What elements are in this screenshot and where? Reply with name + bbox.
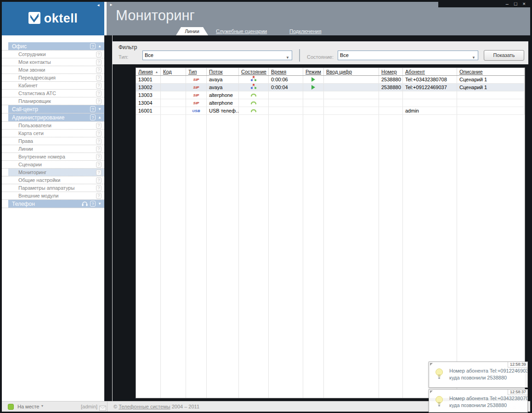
sidebar-item[interactable]: Внутренние номера ? bbox=[2, 153, 104, 161]
sidebar-item[interactable]: Карта сети ? bbox=[2, 130, 104, 137]
cell-time: 0:00:06 bbox=[269, 76, 303, 83]
filter-state-select[interactable]: Все ▼ bbox=[338, 51, 478, 60]
cell-line: 13002 bbox=[136, 84, 161, 91]
sidebar-section[interactable]: Call-центр ? ▼ bbox=[2, 105, 104, 113]
table-row[interactable]: 13001 SIP avaya 0:00:06 2538880 Tel:+034… bbox=[136, 76, 525, 84]
vendor-link[interactable]: Телефонные системы bbox=[119, 404, 170, 409]
sidebar-item[interactable]: Линии ? bbox=[2, 145, 104, 153]
sidebar-item[interactable]: Внешние модули ? bbox=[2, 192, 104, 200]
table-header-cell[interactable]: Ввод цифр bbox=[324, 68, 379, 75]
help-icon[interactable]: ? bbox=[96, 146, 102, 152]
cell-state bbox=[239, 76, 269, 83]
tab-service-scenarios[interactable]: Служебные сценарии bbox=[216, 28, 267, 34]
table-header-cell[interactable]: Режим bbox=[303, 68, 324, 75]
help-icon[interactable]: ? bbox=[96, 193, 102, 199]
table-header-cell[interactable]: Тип bbox=[186, 68, 207, 75]
help-icon[interactable]: ? bbox=[90, 43, 96, 49]
sidebar-item[interactable]: Сценарии ? bbox=[2, 161, 104, 169]
sidebar-item-label: Мои контакты bbox=[8, 59, 51, 65]
sidebar-item[interactable]: Планировщик ? bbox=[2, 97, 104, 105]
help-icon[interactable]: ? bbox=[96, 75, 102, 81]
cell-digits bbox=[324, 99, 379, 107]
show-button[interactable]: Показать bbox=[484, 50, 524, 61]
expand-panel-icon[interactable]: ► bbox=[109, 3, 113, 7]
table-row[interactable]: 13002 SIP avaya 0:00:04 2538880 Tel:+091… bbox=[136, 84, 525, 91]
help-icon[interactable]: ? bbox=[96, 123, 102, 129]
help-icon[interactable]: ? bbox=[96, 98, 102, 104]
sidebar-item[interactable]: Переадресация ? bbox=[2, 74, 104, 82]
sidebar-item[interactable]: Мониторинг ? bbox=[2, 169, 104, 176]
table-header-cell[interactable]: Код bbox=[161, 68, 186, 75]
sidebar-item[interactable]: Права ? bbox=[2, 137, 104, 145]
notification-time: 12:58:37 bbox=[508, 390, 527, 395]
help-icon[interactable]: ? bbox=[96, 59, 102, 65]
logo-text: oktell bbox=[44, 11, 78, 26]
sidebar-item[interactable]: Кабинет ? bbox=[2, 82, 104, 90]
chevron-up-icon[interactable]: ▲ bbox=[98, 115, 102, 119]
cell-code bbox=[161, 84, 186, 91]
notification-popup[interactable]: 12:58:39 Номер абонента Tel:+09122469037… bbox=[429, 362, 528, 388]
sidebar: Офис ? ▲ Сотрудники ? Мои контакты ? Мои… bbox=[2, 35, 104, 401]
filter-type-select[interactable]: Все ▼ bbox=[142, 51, 292, 60]
cell-type: SIP bbox=[186, 91, 207, 99]
chevron-down-icon[interactable]: ▼ bbox=[98, 107, 102, 111]
sidebar-section[interactable]: Офис ? ▲ bbox=[2, 42, 104, 51]
help-icon[interactable]: ? bbox=[96, 138, 102, 144]
table-header-cell[interactable]: Абонент bbox=[403, 68, 457, 75]
filter-separator bbox=[299, 49, 300, 62]
filter-panel: Фильтр Тип: Все ▼ Состояние: Все ▼ Показ… bbox=[113, 41, 528, 64]
table-row[interactable]: 16001 USB USB телеф… admin bbox=[136, 107, 525, 115]
tab-lines[interactable]: Линии bbox=[176, 27, 208, 35]
collapse-sidebar-icon[interactable]: ◄ bbox=[96, 3, 100, 7]
table-header-cell[interactable]: Поток bbox=[207, 68, 239, 75]
chevron-up-icon[interactable]: ▲ bbox=[98, 44, 102, 48]
sidebar-item-label: Мониторинг bbox=[8, 170, 46, 175]
table-header-cell[interactable]: Номер bbox=[379, 68, 403, 75]
table-header-cell[interactable]: Описание bbox=[457, 68, 525, 75]
help-icon[interactable]: ? bbox=[96, 170, 102, 175]
help-icon[interactable]: ? bbox=[96, 83, 102, 89]
cell-code bbox=[161, 107, 186, 114]
cell-line: 13001 bbox=[136, 76, 161, 83]
sidebar-item-label: Параметры аппаратуры bbox=[8, 185, 74, 191]
sidebar-item[interactable]: Мои контакты ? bbox=[2, 58, 104, 66]
sidebar-item[interactable]: Статистика АТС ? bbox=[2, 90, 104, 97]
sidebar-section[interactable]: Телефон ? ▼ bbox=[2, 200, 104, 208]
copyright-symbol: © bbox=[113, 404, 117, 409]
notification-line1: Номер абонента Tel:+09122469037 bbox=[449, 368, 528, 373]
help-icon[interactable]: ? bbox=[96, 67, 102, 73]
mail-icon[interactable] bbox=[99, 404, 106, 413]
sidebar-item[interactable]: Мои звонки ? bbox=[2, 66, 104, 74]
minimize-icon[interactable]: – bbox=[506, 0, 509, 7]
copyright: © Телефонные системы 2004 – 2011 bbox=[113, 404, 199, 409]
presence-status-icon[interactable] bbox=[8, 404, 14, 410]
help-icon[interactable]: ? bbox=[96, 154, 102, 160]
help-icon[interactable]: ? bbox=[90, 201, 96, 207]
help-icon[interactable]: ? bbox=[96, 177, 102, 183]
sidebar-item[interactable]: Пользователи ? bbox=[2, 122, 104, 130]
help-icon[interactable]: ? bbox=[90, 114, 96, 120]
cell-mode bbox=[303, 99, 324, 107]
notification-popup[interactable]: 12:58:37 Номер абонента Tel:+03432380708… bbox=[429, 389, 528, 413]
sidebar-item[interactable]: Параметры аппаратуры ? bbox=[2, 184, 104, 192]
tab-connections[interactable]: Подключения bbox=[289, 28, 322, 34]
help-icon[interactable]: ? bbox=[96, 162, 102, 168]
presence-selector[interactable]: На месте bbox=[17, 404, 39, 409]
maximize-icon[interactable]: □ bbox=[514, 0, 517, 7]
table-header-cell[interactable]: Время bbox=[269, 68, 303, 75]
sidebar-section[interactable]: Администрирование ? ▲ bbox=[2, 113, 104, 122]
table-row[interactable]: 13003 SIP alterphone bbox=[136, 91, 525, 99]
sidebar-item[interactable]: Общие настройки ? bbox=[2, 176, 104, 184]
sidebar-item[interactable]: Сотрудники ? bbox=[2, 51, 104, 58]
close-icon[interactable]: × bbox=[523, 0, 526, 7]
help-icon[interactable]: ? bbox=[96, 91, 102, 96]
help-icon[interactable]: ? bbox=[96, 185, 102, 191]
help-icon[interactable]: ? bbox=[90, 106, 96, 112]
table-header-cell[interactable]: Состояние bbox=[239, 68, 269, 75]
table-header-cell[interactable]: Линия ▲ bbox=[136, 68, 161, 75]
table-row[interactable]: 13004 SIP alterphone bbox=[136, 99, 525, 107]
filter-state-value: Все bbox=[340, 52, 349, 58]
help-icon[interactable]: ? bbox=[96, 130, 102, 136]
chevron-down-icon[interactable]: ▼ bbox=[98, 202, 102, 206]
help-icon[interactable]: ? bbox=[96, 51, 102, 57]
